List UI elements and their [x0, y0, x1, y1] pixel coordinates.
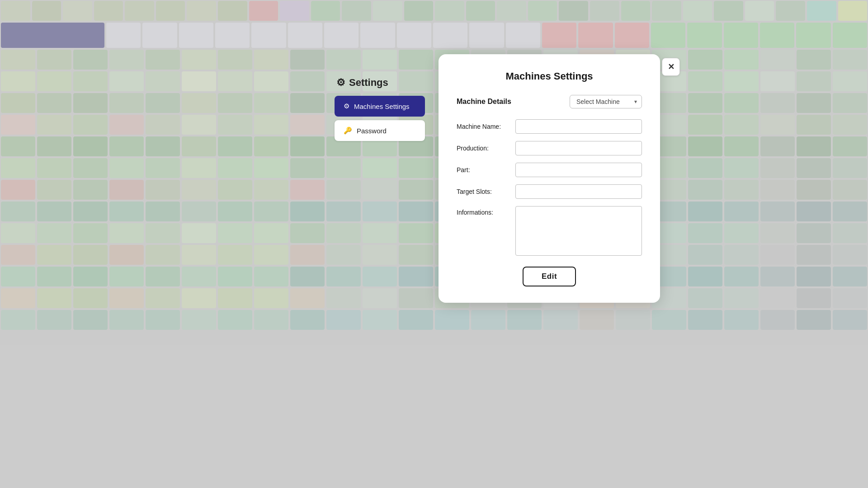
settings-heading: Settings: [349, 77, 388, 89]
production-input[interactable]: [515, 141, 642, 155]
target-slots-row: Target Slots:: [457, 184, 642, 199]
settings-panel: ⚙ Settings ⚙ Machines Settings 🔑 Passwor…: [335, 77, 425, 145]
part-row: Part:: [457, 163, 642, 177]
machine-name-input[interactable]: [515, 119, 642, 134]
select-machine-dropdown[interactable]: Select Machine ▾: [570, 95, 642, 108]
part-input[interactable]: [515, 163, 642, 177]
production-label: Production:: [457, 145, 515, 152]
machines-settings-icon: ⚙: [344, 102, 349, 110]
machine-name-row: Machine Name:: [457, 119, 642, 134]
settings-title: ⚙ Settings: [335, 77, 425, 89]
close-button[interactable]: ✕: [662, 58, 680, 76]
modal-wrapper: ⚙ Settings ⚙ Machines Settings 🔑 Passwor…: [0, 0, 868, 488]
modal-title: Machines Settings: [457, 70, 642, 82]
chevron-down-icon: ▾: [634, 99, 637, 105]
informations-textarea[interactable]: [515, 206, 642, 256]
password-icon: 🔑: [344, 127, 352, 135]
machines-settings-label: Machines Settings: [354, 103, 410, 110]
informations-row: Informations:: [457, 206, 642, 256]
target-slots-label: Target Slots:: [457, 188, 515, 195]
sidebar-item-machines-settings[interactable]: ⚙ Machines Settings: [335, 96, 425, 117]
machine-details-label: Machine Details: [457, 98, 511, 106]
sidebar-item-password[interactable]: 🔑 Password: [335, 120, 425, 141]
select-machine-text: Select Machine: [576, 98, 620, 105]
production-row: Production:: [457, 141, 642, 155]
machine-details-row: Machine Details Select Machine ▾: [457, 95, 642, 108]
target-slots-input[interactable]: [515, 184, 642, 199]
password-label: Password: [357, 127, 387, 135]
close-icon: ✕: [668, 62, 675, 72]
gear-icon: ⚙: [336, 77, 345, 89]
machine-name-label: Machine Name:: [457, 123, 515, 130]
machines-settings-modal: Machines Settings Machine Details Select…: [439, 54, 660, 303]
part-label: Part:: [457, 166, 515, 174]
edit-button[interactable]: Edit: [523, 267, 576, 286]
informations-label: Informations:: [457, 206, 515, 216]
